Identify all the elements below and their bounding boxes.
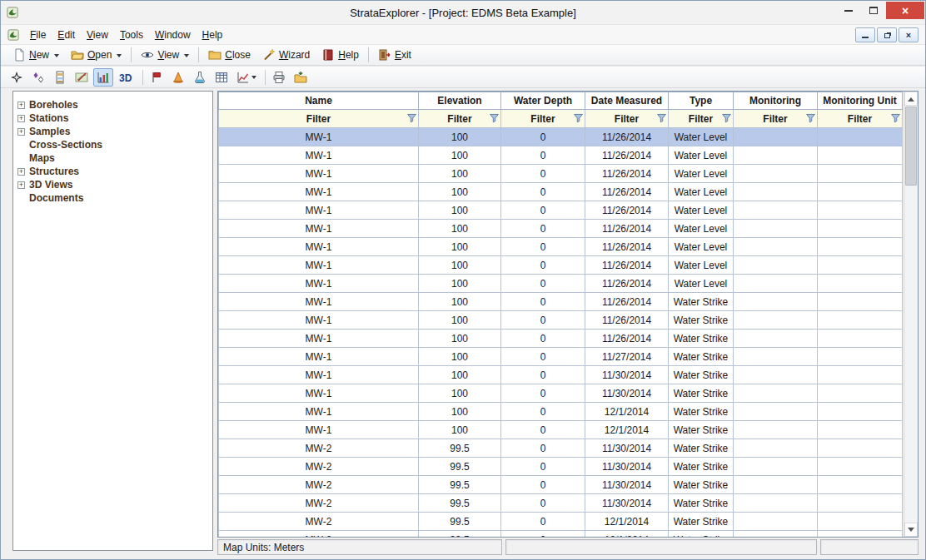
arrow-up-icon [908,94,914,102]
table-cell: MW-1 [219,311,419,330]
table-row[interactable]: MW-1100011/30/2014Water Strike [219,366,903,384]
column-header-monitoring-unit[interactable]: Monitoring Unit [818,92,903,110]
filter-cell-monitoring[interactable]: Filter [734,110,818,128]
table-cell: 100 [419,293,501,311]
table-row[interactable]: MW-1100011/26/2014Water Strike [219,330,903,348]
expand-plus-icon[interactable]: + [17,115,25,122]
table-row[interactable]: MW-1100011/26/2014Water Level [219,183,903,201]
table-row[interactable]: MW-1100011/26/2014Water Level [219,146,903,165]
table-row[interactable]: MW-1100011/26/2014Water Level [219,256,903,275]
table-row[interactable]: MW-299.5011/30/2014Water Strike [219,458,903,476]
expand-plus-icon[interactable]: + [17,102,25,109]
filter-cell-name[interactable]: Filter [219,110,419,128]
filter-cell-monitoring-unit[interactable]: Filter [818,110,903,128]
table-cell: 0 [501,183,585,201]
points-icon-button[interactable] [28,68,48,87]
funnel-icon [489,112,500,123]
expand-plus-icon[interactable]: + [17,128,25,136]
svg-text:3D: 3D [119,72,132,83]
column-header-type[interactable]: Type [669,92,734,110]
table-row[interactable]: MW-1100012/1/2014Water Strike [219,421,903,439]
sidebar-item-label: Stations [29,112,68,124]
table-row[interactable]: MW-1100011/26/2014Water Level [219,128,903,146]
compass-star-icon-button[interactable] [7,68,27,87]
view-button[interactable]: View [135,46,195,64]
table-cell [734,531,818,538]
table-row[interactable]: MW-299.5011/30/2014Water Strike [219,476,903,494]
menu-item-edit[interactable]: Edit [52,26,81,44]
close-button[interactable]: Close [202,46,256,64]
sidebar-item-structures[interactable]: +Structures [16,165,210,178]
column-header-elevation[interactable]: Elevation [419,92,501,110]
close-button[interactable]: × [886,2,924,19]
maximize-button[interactable] [861,2,886,19]
table-icon-button[interactable] [212,68,232,87]
filter-cell-date-measured[interactable]: Filter [585,110,669,128]
mdi-restore-button[interactable] [877,27,897,42]
vertical-scrollbar[interactable] [904,92,918,537]
table-row[interactable]: MW-1100011/26/2014Water Level [219,201,903,220]
sidebar-item-samples[interactable]: +Samples [16,125,210,138]
3d-view-icon-button[interactable]: 3D [115,68,137,87]
flag-icon-button[interactable] [147,68,167,87]
table-row[interactable]: MW-299.5012/1/2014Water Strike [219,531,903,538]
table-row[interactable]: MW-1100011/26/2014Water Level [219,275,903,293]
table-row[interactable]: MW-1100011/26/2014Water Strike [219,293,903,311]
scroll-down-button[interactable] [904,523,918,537]
sidebar-item-3d-views[interactable]: +3D Views [16,178,210,191]
menu-item-window[interactable]: Window [149,26,197,44]
chart-icon-button[interactable] [93,68,113,87]
table-row[interactable]: MW-1100011/26/2014Water Strike [219,311,903,330]
export-folder-icon-button[interactable] [291,68,311,87]
menu-item-help[interactable]: Help [197,26,229,44]
print-icon-button[interactable] [269,68,289,87]
sidebar-item-documents[interactable]: Documents [16,191,210,205]
table-row[interactable]: MW-1100011/26/2014Water Level [219,238,903,256]
column-header-name[interactable]: Name [219,92,419,110]
help-button[interactable]: Help [316,46,365,64]
column-header-monitoring[interactable]: Monitoring [734,92,818,110]
scroll-up-button[interactable] [904,92,918,106]
open-button[interactable]: Open [65,46,127,64]
menu-item-view[interactable]: View [81,26,114,44]
table-cell: 99.5 [419,513,501,531]
table-row[interactable]: MW-1100011/30/2014Water Strike [219,384,903,403]
sidebar-item-label: Maps [29,152,55,164]
scrollbar-thumb[interactable] [905,107,917,186]
funnel-icon [573,112,584,123]
column-header-date-measured[interactable]: Date Measured [585,92,669,110]
table-cell: 0 [501,403,585,421]
map-edit-icon-button[interactable] [72,68,92,87]
arrow-down-icon [908,528,914,535]
minimize-button[interactable] [836,2,861,19]
filter-cell-water-depth[interactable]: Filter [501,110,585,128]
exit-button[interactable]: Exit [372,46,417,64]
graph-icon-button[interactable] [233,68,260,87]
column-header-water-depth[interactable]: Water Depth [501,92,585,110]
table-row[interactable]: MW-1100011/26/2014Water Level [219,165,903,183]
table-row[interactable]: MW-1100011/27/2014Water Strike [219,348,903,366]
sidebar-item-cross-sections[interactable]: Cross-Sections [16,138,210,151]
table-row[interactable]: MW-299.5011/30/2014Water Strike [219,494,903,513]
table-row[interactable]: MW-1100011/26/2014Water Level [219,220,903,238]
borehole-log-icon-button[interactable] [50,68,70,87]
flask-icon-button[interactable] [190,68,210,87]
mdi-close-button[interactable]: × [899,27,919,42]
expand-plus-icon[interactable]: + [17,168,25,176]
sidebar-item-boreholes[interactable]: +Boreholes [16,98,210,112]
cone-icon-button[interactable] [168,68,188,87]
menu-item-file[interactable]: File [24,26,52,44]
table-row[interactable]: MW-1100012/1/2014Water Strike [219,403,903,421]
table-cell: 11/26/2014 [585,275,669,293]
menu-item-tools[interactable]: Tools [114,26,149,44]
expand-plus-icon[interactable]: + [17,181,25,189]
sidebar-item-maps[interactable]: Maps [16,151,210,165]
mdi-minimize-button[interactable] [855,27,875,42]
table-row[interactable]: MW-299.5012/1/2014Water Strike [219,513,903,531]
filter-cell-type[interactable]: Filter [669,110,734,128]
wizard-button[interactable]: Wizard [256,46,316,64]
filter-cell-elevation[interactable]: Filter [419,110,501,128]
sidebar-item-stations[interactable]: +Stations [16,112,210,125]
table-row[interactable]: MW-299.5011/30/2014Water Strike [219,439,903,458]
new-button[interactable]: New [7,46,65,64]
